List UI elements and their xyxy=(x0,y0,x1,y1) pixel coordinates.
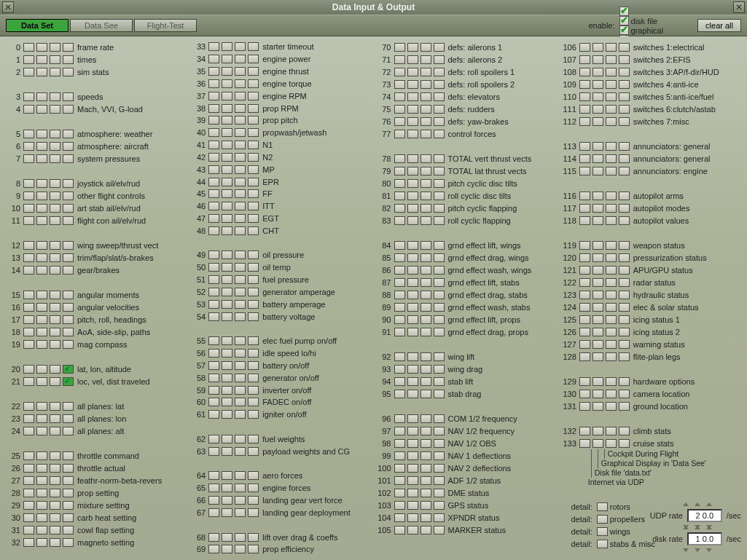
row-131-chk-3[interactable] xyxy=(619,402,630,411)
row-132-chk-3[interactable] xyxy=(619,427,630,435)
row-25-chk-1[interactable] xyxy=(36,451,47,460)
row-41-chk-0[interactable] xyxy=(208,141,219,149)
row-129-chk-0[interactable] xyxy=(579,377,590,386)
row-44-chk-1[interactable] xyxy=(222,178,232,186)
row-28-chk-1[interactable] xyxy=(36,489,47,497)
tab-flight-test[interactable]: Flight-Test xyxy=(134,19,197,32)
row-21-chk-3[interactable] xyxy=(63,377,74,386)
row-53-chk-3[interactable] xyxy=(248,300,259,309)
row-115-chk-0[interactable] xyxy=(579,167,590,176)
row-49-chk-1[interactable] xyxy=(222,251,232,259)
row-64-chk-3[interactable] xyxy=(248,471,259,480)
row-82-chk-1[interactable] xyxy=(407,204,418,213)
row-31-chk-2[interactable] xyxy=(50,526,60,535)
row-86-chk-3[interactable] xyxy=(434,266,445,275)
row-26-chk-1[interactable] xyxy=(36,464,47,473)
row-26-chk-2[interactable] xyxy=(50,464,60,473)
row-74-chk-2[interactable] xyxy=(421,92,431,101)
row-65-chk-0[interactable] xyxy=(208,484,219,492)
row-9-chk-0[interactable] xyxy=(23,192,34,200)
row-69-chk-0[interactable] xyxy=(208,545,219,553)
row-126-chk-1[interactable] xyxy=(592,328,603,336)
row-35-chk-1[interactable] xyxy=(222,67,232,76)
row-81-chk-0[interactable] xyxy=(394,192,405,200)
row-96-chk-2[interactable] xyxy=(421,414,431,423)
row-50-chk-3[interactable] xyxy=(248,263,259,272)
row-98-chk-2[interactable] xyxy=(421,439,431,448)
row-9-chk-1[interactable] xyxy=(36,192,47,200)
row-38-chk-0[interactable] xyxy=(208,104,219,113)
row-112-chk-1[interactable] xyxy=(592,117,603,126)
row-40-chk-2[interactable] xyxy=(235,128,246,137)
row-56-chk-2[interactable] xyxy=(235,349,246,358)
row-95-chk-2[interactable] xyxy=(421,390,431,398)
row-94-chk-0[interactable] xyxy=(394,377,405,386)
row-133-chk-3[interactable] xyxy=(619,439,630,448)
row-76-chk-2[interactable] xyxy=(421,117,431,126)
row-84-chk-0[interactable] xyxy=(394,241,405,250)
row-103-chk-1[interactable] xyxy=(407,501,418,510)
row-38-chk-1[interactable] xyxy=(222,104,232,113)
row-4-chk-0[interactable] xyxy=(23,105,34,114)
row-17-chk-1[interactable] xyxy=(36,315,47,324)
row-31-chk-0[interactable] xyxy=(23,526,34,535)
row-72-chk-0[interactable] xyxy=(394,68,405,76)
row-93-chk-3[interactable] xyxy=(434,365,445,374)
row-34-chk-0[interactable] xyxy=(208,55,219,63)
row-22-chk-0[interactable] xyxy=(23,402,34,411)
row-73-chk-2[interactable] xyxy=(421,80,431,89)
row-83-chk-3[interactable] xyxy=(434,216,445,225)
row-3-chk-3[interactable] xyxy=(63,92,74,101)
row-105-chk-0[interactable] xyxy=(394,526,405,535)
row-6-chk-2[interactable] xyxy=(50,142,60,151)
row-100-chk-2[interactable] xyxy=(421,464,431,473)
row-67-chk-2[interactable] xyxy=(235,508,246,517)
row-97-chk-1[interactable] xyxy=(407,427,418,435)
row-70-chk-1[interactable] xyxy=(407,43,418,52)
row-94-chk-3[interactable] xyxy=(434,377,445,386)
row-100-chk-1[interactable] xyxy=(407,464,418,473)
udp-rate-field[interactable]: 2 0.0 xyxy=(687,509,722,522)
row-59-chk-1[interactable] xyxy=(222,386,232,395)
row-121-chk-1[interactable] xyxy=(592,266,603,275)
row-102-chk-1[interactable] xyxy=(407,489,418,497)
row-95-chk-3[interactable] xyxy=(434,390,445,398)
row-84-chk-3[interactable] xyxy=(434,241,445,250)
row-31-chk-1[interactable] xyxy=(36,526,47,535)
row-115-chk-1[interactable] xyxy=(592,167,603,176)
row-90-chk-3[interactable] xyxy=(434,315,445,324)
row-120-chk-3[interactable] xyxy=(619,253,630,262)
row-104-chk-1[interactable] xyxy=(407,513,418,522)
row-119-chk-0[interactable] xyxy=(579,241,590,250)
row-78-chk-1[interactable] xyxy=(407,154,418,163)
row-20-chk-2[interactable] xyxy=(50,365,60,374)
row-93-chk-0[interactable] xyxy=(394,365,405,374)
row-50-chk-0[interactable] xyxy=(208,263,219,272)
row-18-chk-1[interactable] xyxy=(36,328,47,336)
row-101-chk-2[interactable] xyxy=(421,476,431,485)
row-75-chk-0[interactable] xyxy=(394,105,405,114)
row-66-chk-2[interactable] xyxy=(235,496,246,505)
row-60-chk-1[interactable] xyxy=(222,398,232,406)
row-37-chk-3[interactable] xyxy=(248,92,259,100)
row-15-chk-3[interactable] xyxy=(63,291,74,299)
row-22-chk-3[interactable] xyxy=(63,402,74,411)
row-1-chk-1[interactable] xyxy=(36,55,47,64)
row-36-chk-0[interactable] xyxy=(208,79,219,88)
row-118-chk-3[interactable] xyxy=(619,216,630,225)
row-23-chk-0[interactable] xyxy=(23,414,34,423)
row-11-chk-1[interactable] xyxy=(36,216,47,225)
row-133-chk-0[interactable] xyxy=(579,439,590,448)
row-127-chk-0[interactable] xyxy=(579,340,590,349)
row-24-chk-0[interactable] xyxy=(23,427,34,435)
row-46-chk-1[interactable] xyxy=(222,202,232,210)
row-9-chk-2[interactable] xyxy=(50,192,60,200)
row-130-chk-1[interactable] xyxy=(592,390,603,398)
row-99-chk-1[interactable] xyxy=(407,451,418,460)
row-46-chk-3[interactable] xyxy=(248,202,259,210)
row-89-chk-2[interactable] xyxy=(421,303,431,312)
row-41-chk-2[interactable] xyxy=(235,141,246,149)
row-104-chk-2[interactable] xyxy=(421,513,431,522)
row-29-chk-1[interactable] xyxy=(36,501,47,510)
row-29-chk-2[interactable] xyxy=(50,501,60,510)
